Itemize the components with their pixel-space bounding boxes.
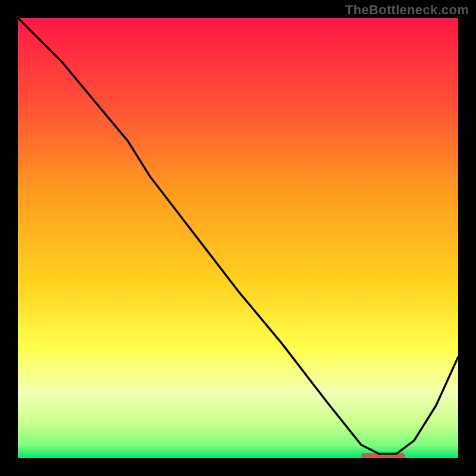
gradient-background [18, 18, 458, 458]
chart-frame: TheBottleneck.com [0, 0, 476, 476]
plot-area [18, 18, 458, 458]
watermark-text: TheBottleneck.com [345, 2, 469, 18]
chart-svg [18, 18, 458, 458]
